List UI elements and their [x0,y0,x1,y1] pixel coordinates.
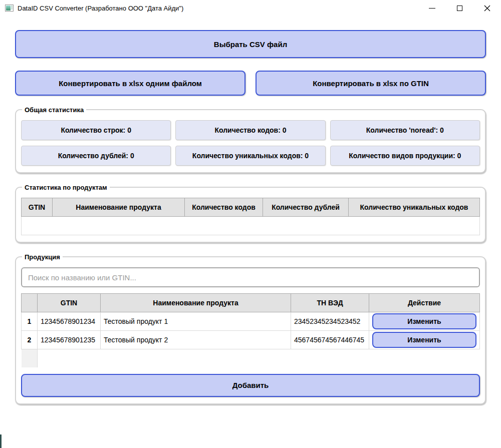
search-input[interactable] [21,267,480,287]
app-icon-strip [11,6,13,10]
product-stats-col-duplicates[interactable]: Количество дублей [263,198,349,217]
stat-unique-codes-count: Количество уникальных кодов: 0 [175,146,325,166]
table-row: 2 12345678901235 Тестовый продукт 2 4567… [22,331,480,349]
tnved-cell[interactable]: 23452345234523452 [291,312,369,331]
close-icon [484,5,490,12]
general-stats-group: Общая статистика Количество строк: 0 Кол… [15,109,486,173]
desktop-edge-strip [0,434,2,448]
stat-duplicates-count: Количество дублей: 0 [21,146,171,166]
maximize-icon [457,6,462,11]
stat-codes-count: Количество кодов: 0 [175,120,325,140]
titlebar: DataID CSV Converter (Разработано ООО "Д… [0,0,501,16]
product-name-cell[interactable]: Тестовый продукт 2 [101,331,291,349]
app-icon-image [6,6,11,11]
maximize-button[interactable] [446,0,473,16]
gtin-cell[interactable]: 12345678901235 [38,331,101,349]
empty-table-area [22,349,480,367]
product-stats-group: Статистика по продуктам GTIN Наименовани… [15,187,486,243]
products-col-gtin[interactable]: GTIN [38,294,101,312]
table-row: 1 12345678901234 Тестовый продукт 1 2345… [22,312,480,331]
close-button[interactable] [473,0,501,16]
select-csv-button[interactable]: Выбрать CSV файл [15,30,486,58]
edit-button[interactable]: Изменить [372,332,476,348]
edit-button[interactable]: Изменить [372,313,476,329]
window-title: DataID CSV Converter (Разработано ООО "Д… [18,5,183,12]
product-stats-col-name[interactable]: Наименование продукта [53,198,185,217]
convert-by-gtin-button[interactable]: Конвертировать в xlsx по GTIN [256,71,486,96]
product-stats-col-gtin[interactable]: GTIN [22,198,53,217]
row-number-cell[interactable]: 2 [22,331,38,349]
stat-noread-count: Количество 'noread': 0 [330,120,480,140]
gtin-cell[interactable]: 12345678901234 [38,312,101,331]
row-number-cell[interactable]: 1 [22,312,38,331]
product-stats-table: GTIN Наименование продукта Количество ко… [21,198,480,235]
stat-product-types-count: Количество видов продукции: 0 [330,146,480,166]
products-col-tnved[interactable]: ТН ВЭД [291,294,369,312]
action-cell: Изменить [369,331,480,349]
product-name-cell[interactable]: Тестовый продукт 1 [101,312,291,331]
general-stats-title: Общая статистика [22,106,86,114]
add-button[interactable]: Добавить [21,374,480,397]
products-col-action[interactable]: Действие [369,294,480,312]
product-stats-empty-body [22,217,480,235]
minimize-button[interactable] [418,0,446,16]
general-stats-grid: Количество строк: 0 Количество кодов: 0 … [21,120,480,166]
stat-rows-count: Количество строк: 0 [21,120,171,140]
products-table: GTIN Наименование продукта ТН ВЭД Действ… [21,293,480,367]
products-title: Продукция [22,253,63,261]
products-col-name[interactable]: Наименование продукта [101,294,291,312]
convert-buttons-row: Конвертировать в xlsx одним файлом Конве… [15,71,486,96]
minimize-icon [429,8,435,9]
main-content: Выбрать CSV файл Конвертировать в xlsx о… [0,30,501,404]
app-window: DataID CSV Converter (Разработано ООО "Д… [0,0,501,404]
window-controls [418,0,501,16]
product-stats-col-unique[interactable]: Количество уникальных кодов [349,198,480,217]
products-corner-cell[interactable] [22,294,38,312]
product-stats-title: Статистика по продуктам [22,183,110,192]
action-cell: Изменить [369,312,480,331]
product-stats-col-codes[interactable]: Количество кодов [185,198,263,217]
tnved-cell[interactable]: 456745674567446745 [291,331,369,349]
products-group: Продукция GTIN Наименование продукта ТН … [15,256,486,404]
convert-single-file-button[interactable]: Конвертировать в xlsx одним файлом [15,71,245,96]
app-icon [5,5,14,12]
